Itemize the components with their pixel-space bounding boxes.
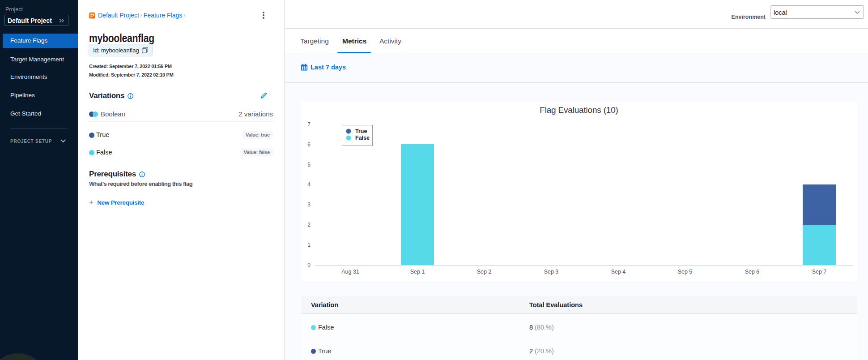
svg-text:Sep 5: Sep 5 [678,269,693,275]
svg-text:Aug 31: Aug 31 [341,269,359,275]
svg-text:4: 4 [307,181,311,188]
svg-text:Flag Evaluations (10): Flag Evaluations (10) [540,105,618,115]
svg-text:5: 5 [307,162,311,168]
svg-text:Sep 4: Sep 4 [611,269,626,275]
svg-text:Sep 1: Sep 1 [410,269,425,275]
svg-text:0: 0 [307,262,311,268]
svg-text:Sep 3: Sep 3 [544,269,559,275]
svg-text:Sep 7: Sep 7 [812,269,827,275]
svg-text:Sep 2: Sep 2 [477,269,492,275]
svg-text:True: True [355,128,367,134]
svg-text:1: 1 [307,242,311,248]
svg-text:7: 7 [307,121,311,128]
svg-text:False: False [355,135,370,141]
svg-text:6: 6 [307,141,311,148]
svg-text:3: 3 [307,201,311,208]
svg-text:2: 2 [307,222,311,228]
svg-text:Sep 6: Sep 6 [745,269,760,275]
